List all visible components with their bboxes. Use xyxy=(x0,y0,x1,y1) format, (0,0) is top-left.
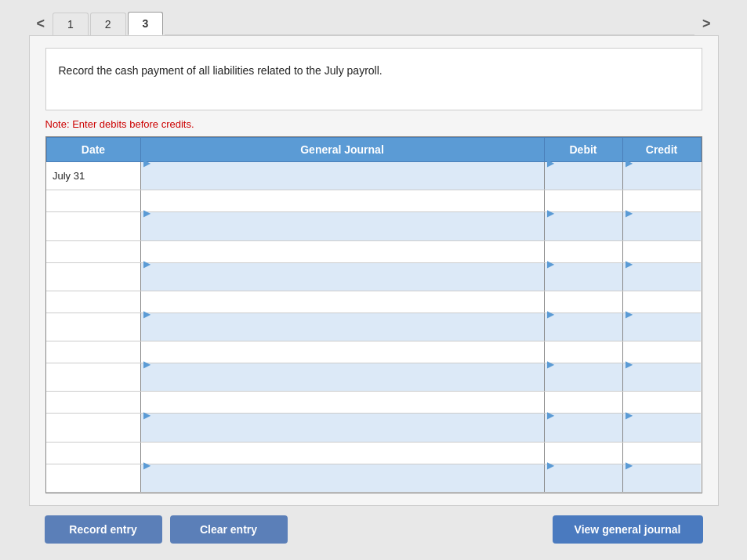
cell-arrow-icon: ▶ xyxy=(545,460,554,471)
credit-cell xyxy=(622,190,701,212)
table-row: ▶▶▶ xyxy=(46,363,701,392)
credit-cell xyxy=(622,291,701,313)
debit-cell[interactable]: ▶ xyxy=(544,363,622,392)
date-cell xyxy=(46,240,140,262)
tab-2[interactable]: 2 xyxy=(90,13,126,35)
journal-cell[interactable]: ▶ xyxy=(140,464,544,492)
credit-cell xyxy=(622,341,701,363)
content-area: Record the cash payment of all liabiliti… xyxy=(29,35,719,506)
cell-arrow-icon: ▶ xyxy=(141,157,150,168)
date-cell xyxy=(46,313,140,341)
date-cell xyxy=(46,212,140,240)
cell-arrow-icon: ▶ xyxy=(141,258,150,269)
date-cell xyxy=(46,442,140,464)
header-journal: General Journal xyxy=(140,138,544,162)
journal-cell xyxy=(140,341,544,363)
date-cell xyxy=(46,363,140,392)
debit-cell[interactable]: ▶ xyxy=(544,414,622,442)
credit-cell[interactable]: ▶ xyxy=(622,262,701,291)
tab-bar: < 1 2 3 > xyxy=(29,8,719,35)
journal-input[interactable] xyxy=(141,471,544,498)
debit-cell xyxy=(544,240,622,262)
cell-arrow-icon: ▶ xyxy=(141,359,150,370)
credit-cell xyxy=(622,392,701,414)
table-row: ▶▶▶ xyxy=(46,262,701,291)
journal-cell[interactable]: ▶ xyxy=(140,363,544,392)
debit-cell[interactable]: ▶ xyxy=(544,162,622,190)
journal-cell xyxy=(140,442,544,464)
table-row: July 31▶▶▶ xyxy=(46,162,701,190)
tab-3[interactable]: 3 xyxy=(128,12,164,35)
date-cell xyxy=(46,464,140,492)
journal-cell xyxy=(140,291,544,313)
date-cell xyxy=(46,190,140,212)
cell-arrow-icon: ▶ xyxy=(545,410,554,421)
debit-cell[interactable]: ▶ xyxy=(544,262,622,291)
cell-arrow-icon: ▶ xyxy=(545,359,554,370)
journal-cell xyxy=(140,190,544,212)
debit-cell xyxy=(544,190,622,212)
credit-cell[interactable]: ▶ xyxy=(622,313,701,341)
cell-arrow-icon: ▶ xyxy=(623,208,633,219)
header-debit: Debit xyxy=(544,138,622,162)
date-cell xyxy=(46,262,140,291)
credit-cell[interactable]: ▶ xyxy=(622,212,701,240)
prev-arrow[interactable]: < xyxy=(29,12,53,35)
credit-cell[interactable]: ▶ xyxy=(622,162,701,190)
cell-arrow-icon: ▶ xyxy=(545,157,554,168)
cell-arrow-icon: ▶ xyxy=(545,309,554,320)
date-cell xyxy=(46,341,140,363)
journal-cell xyxy=(140,392,544,414)
record-entry-button[interactable]: Record entry xyxy=(45,515,162,544)
table-row: ▶▶▶ xyxy=(46,212,701,240)
credit-cell xyxy=(622,240,701,262)
date-cell xyxy=(46,414,140,442)
debit-cell xyxy=(544,442,622,464)
cell-arrow-icon: ▶ xyxy=(545,208,554,219)
credit-cell[interactable]: ▶ xyxy=(622,414,701,442)
main-container: < 1 2 3 > Record the cash payment of all… xyxy=(29,8,719,553)
credit-cell xyxy=(622,442,701,464)
credit-input[interactable] xyxy=(623,471,702,498)
date-cell xyxy=(46,392,140,414)
cell-arrow-icon: ▶ xyxy=(141,460,150,471)
journal-cell[interactable]: ▶ xyxy=(140,414,544,442)
header-credit: Credit xyxy=(622,138,701,162)
next-arrow[interactable]: > xyxy=(694,12,719,35)
date-cell xyxy=(46,291,140,313)
journal-cell[interactable]: ▶ xyxy=(140,313,544,341)
instruction-box: Record the cash payment of all liabiliti… xyxy=(45,48,702,110)
journal-cell xyxy=(140,240,544,262)
table-row: ▶▶▶ xyxy=(46,313,701,341)
note-text: Note: Enter debits before credits. xyxy=(45,118,702,130)
debit-cell[interactable]: ▶ xyxy=(544,313,622,341)
date-cell: July 31 xyxy=(46,162,140,190)
button-bar: Record entry Clear entry View general jo… xyxy=(29,506,719,553)
journal-table-wrapper: Date General Journal Debit Credit July 3… xyxy=(45,136,702,493)
tab-1[interactable]: 1 xyxy=(53,13,89,35)
debit-cell xyxy=(544,291,622,313)
journal-cell[interactable]: ▶ xyxy=(140,162,544,190)
credit-cell[interactable]: ▶ xyxy=(622,363,701,392)
debit-cell[interactable]: ▶ xyxy=(544,212,622,240)
debit-cell xyxy=(544,392,622,414)
cell-arrow-icon: ▶ xyxy=(141,410,150,421)
table-row: ▶▶▶ xyxy=(46,414,701,442)
debit-cell[interactable]: ▶ xyxy=(544,464,622,492)
credit-cell[interactable]: ▶ xyxy=(622,464,701,492)
journal-cell[interactable]: ▶ xyxy=(140,262,544,291)
instruction-text: Record the cash payment of all liabiliti… xyxy=(59,64,383,77)
cell-arrow-icon: ▶ xyxy=(141,208,150,219)
journal-table: Date General Journal Debit Credit July 3… xyxy=(46,137,702,493)
journal-cell[interactable]: ▶ xyxy=(140,212,544,240)
cell-arrow-icon: ▶ xyxy=(545,258,554,269)
cell-arrow-icon: ▶ xyxy=(623,460,633,471)
cell-arrow-icon: ▶ xyxy=(623,359,633,370)
cell-arrow-icon: ▶ xyxy=(623,258,633,269)
debit-input[interactable] xyxy=(545,471,622,498)
clear-entry-button[interactable]: Clear entry xyxy=(170,515,288,544)
table-row: ▶▶▶ xyxy=(46,464,701,492)
view-general-journal-button[interactable]: View general journal xyxy=(553,515,703,544)
cell-arrow-icon: ▶ xyxy=(141,309,150,320)
cell-arrow-icon: ▶ xyxy=(623,410,633,421)
